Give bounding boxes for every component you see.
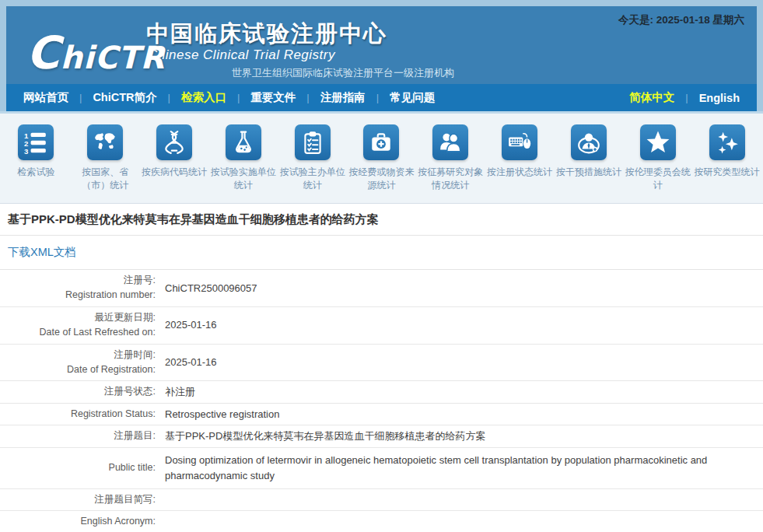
lang-english[interactable]: English [696, 92, 743, 104]
toolbar-item-by-intervention[interactable]: 按干预措施统计 [555, 124, 624, 203]
doctor-icon [571, 124, 607, 160]
toolbar-item-by-recruitment-status[interactable]: 按征募研究对象情况统计 [416, 124, 485, 203]
table-row-registration-number: 注册号: Registration number: ChiCTR25000960… [0, 270, 763, 307]
nav-separator: | [72, 92, 89, 103]
nav-separator: | [677, 92, 695, 103]
nav-separator: | [229, 92, 247, 103]
language-switcher: 简体中文 | English [626, 90, 743, 105]
medical-kit-icon [363, 124, 399, 160]
row-value: Retrospective registration [156, 407, 763, 422]
row-value: 2025-01-16 [156, 317, 763, 333]
nav-item-about[interactable]: ChiCTR简介 [89, 90, 159, 105]
people-icon [432, 124, 468, 160]
who-platform-tagline: 世界卫生组织国际临床试验注册平台一级注册机构 [232, 66, 454, 80]
row-label-en: Date of Last Refreshed on: [0, 325, 156, 340]
chictr-logo[interactable]: ChiCTR [26, 26, 165, 79]
nav-item-search-entry[interactable]: 检索入口 [178, 90, 229, 105]
table-row-registration-status-cn: 注册号状态: 补注册 [0, 381, 763, 404]
clipboard-icon [295, 124, 331, 160]
sparkles-icon [709, 124, 745, 160]
lang-simplified-chinese[interactable]: 简体中文 [626, 90, 677, 105]
row-label-cn: 注册时间: [0, 348, 156, 362]
table-row-acronym-cn: 注册题目简写: [0, 489, 763, 511]
row-label-cn: 最近更新日期: [0, 310, 156, 325]
star-icon [640, 124, 676, 160]
flask-icon [226, 124, 261, 160]
main-nav: 网站首页 | ChiCTR简介 | 检索入口 | 重要文件 | 注册指南 | 常… [6, 84, 757, 111]
numbered-list-icon: 123 [18, 124, 54, 160]
dna-icon [156, 124, 192, 160]
table-row-public-title-cn: 注册题目: 基于PPK-PD模型优化来特莫韦在异基因造血干细胞移植患者的给药方案 [0, 425, 763, 448]
toolbar-item-by-disease-code[interactable]: 按疾病代码统计 [140, 124, 209, 203]
keyboard-mouse-icon [502, 124, 537, 160]
row-value: Dosing optimization of letermovir in all… [156, 453, 763, 483]
nav-separator: | [299, 92, 317, 103]
row-value: 2025-01-16 [156, 355, 763, 370]
table-row-registration-status-en: Registration Status: Retrospective regis… [0, 404, 763, 426]
trial-title: 基于PPK-PD模型优化来特莫韦在异基因造血干细胞移植患者的给药方案 [0, 204, 763, 236]
toolbar-item-by-ethics-committee[interactable]: 按伦理委员会统计 [623, 124, 692, 203]
row-value: ChiCTR2500096057 [156, 281, 763, 296]
row-label-en: Registration number: [0, 288, 156, 303]
row-label-en: English Acronym: [0, 514, 156, 529]
row-value: 基于PPK-PD模型优化来特莫韦在异基因造血干细胞移植患者的给药方案 [156, 429, 763, 444]
table-row-acronym-en: English Acronym: [0, 511, 763, 532]
toolbar-item-by-country[interactable]: 按国家、省（市）统计 [71, 124, 140, 203]
site-header: ChiCTR 中国临床试验注册中心 Chinese Clinical Trial… [6, 6, 757, 84]
row-label-en: Date of Registration: [0, 362, 156, 377]
statistics-toolbar: 123 检索试验 按国家、省（市）统计 按疾病代码统计 按试验实施单位统计 按试… [0, 114, 763, 204]
nav-separator: | [160, 92, 178, 103]
site-title-english: Chinese Clinical Trial Registry [148, 47, 335, 63]
toolbar-item-by-registration-status[interactable]: 按注册状态统计 [485, 124, 555, 203]
table-row-public-title-en: Public title: Dosing optimization of let… [0, 448, 763, 489]
nav-item-registration-guide[interactable]: 注册指南 [317, 90, 369, 105]
svg-text:3: 3 [24, 147, 28, 155]
nav-separator: | [369, 92, 387, 103]
row-label-en: Public title: [0, 460, 156, 475]
site-title-chinese: 中国临床试验注册中心 [146, 19, 387, 50]
nav-item-faq[interactable]: 常见问题 [387, 90, 438, 105]
row-label-cn: 注册号: [0, 273, 156, 288]
toolbar-item-by-sponsor-unit[interactable]: 按试验主办单位统计 [278, 124, 347, 203]
nav-item-important-documents[interactable]: 重要文件 [247, 90, 299, 105]
trial-detail-panel: 基于PPK-PD模型优化来特莫韦在异基因造血干细胞移植患者的给药方案 下载XML… [0, 204, 763, 532]
table-row-registration-date: 注册时间: Date of Registration: 2025-01-16 [0, 345, 763, 382]
row-label-cn: 注册题目简写: [0, 492, 156, 507]
world-map-icon [87, 124, 123, 160]
row-label-en: Registration Status: [0, 407, 156, 422]
row-label-cn: 注册题目: [0, 429, 156, 443]
toolbar-item-by-implementing-unit[interactable]: 按试验实施单位统计 [208, 124, 278, 203]
nav-item-home[interactable]: 网站首页 [20, 90, 72, 105]
toolbar-item-search-trials[interactable]: 123 检索试验 [2, 124, 71, 203]
download-xml-link[interactable]: 下载XML文档 [8, 246, 76, 258]
row-value: 补注册 [156, 384, 763, 400]
table-row-last-refreshed: 最近更新日期: Date of Last Refreshed on: 2025-… [0, 307, 763, 345]
toolbar-item-by-funding-source[interactable]: 按经费或物资来源统计 [347, 124, 416, 203]
row-label-cn: 注册号状态: [0, 384, 156, 399]
current-date: 今天是: 2025-01-18 星期六 [618, 13, 744, 27]
download-row: 下载XML文档 [0, 236, 763, 270]
toolbar-item-by-study-type[interactable]: 按研究类型统计 [692, 124, 761, 203]
